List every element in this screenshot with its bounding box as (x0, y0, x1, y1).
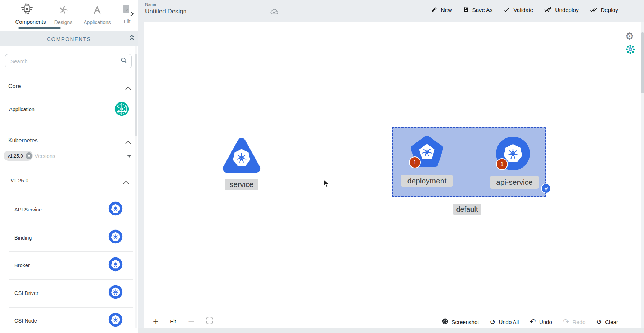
tab-components[interactable]: Components (11, 0, 50, 31)
redo-icon: ↷ (563, 319, 569, 325)
shutter-icon (442, 318, 449, 326)
screenshot-button[interactable]: Screenshot (442, 318, 479, 326)
component-item-application[interactable]: Application (0, 101, 138, 117)
canvas-scrollbar[interactable] (641, 22, 644, 328)
clear-icon: ↺ (596, 319, 602, 325)
search-input[interactable] (10, 58, 121, 64)
save-icon (463, 6, 469, 14)
bottom-strip (138, 328, 644, 333)
undo-button-label: Undo (539, 319, 552, 325)
versions-select-underline (4, 163, 133, 163)
component-item-label: Broker (14, 263, 30, 268)
undo-all-button-label: Undo All (499, 319, 519, 325)
kubernetes-context-icon[interactable] (626, 45, 635, 55)
applications-icon (93, 5, 102, 16)
kubernetes-icon (108, 229, 123, 244)
sidebar-scrollbar[interactable] (135, 46, 137, 328)
undo-icon: ↶ (530, 319, 536, 325)
new-button[interactable]: New (431, 6, 452, 14)
mouse-cursor (323, 179, 330, 189)
component-item-label: CSI Node (14, 318, 37, 324)
screenshot-button-label: Screenshot (452, 319, 479, 325)
kubernetes-icon (108, 201, 123, 216)
designs-icon (59, 5, 68, 16)
row-divider (9, 279, 133, 280)
meshery-application-icon (114, 102, 129, 118)
component-item-binding[interactable]: Binding (0, 229, 138, 246)
undeploy-button-label: Undeploy (555, 7, 579, 13)
row-divider (9, 307, 133, 308)
redo-button[interactable]: ↷ Redo (563, 319, 585, 325)
deploy-button[interactable]: Deploy (590, 6, 618, 14)
chevron-up-icon[interactable] (125, 85, 131, 91)
design-name-label: Name (145, 2, 156, 6)
zoom-in-button[interactable]: + (153, 318, 158, 325)
undeploy-icon (544, 6, 552, 14)
topbar-actions: New Save As Validate (431, 0, 618, 20)
panel-title: COMPONENTS (47, 36, 91, 42)
clear-button[interactable]: ↺ Clear (596, 319, 618, 325)
close-icon[interactable] (26, 152, 32, 159)
tab-designs[interactable]: Designs (50, 0, 76, 31)
tab-filters-label: Filt (119, 19, 135, 24)
version-chip-label: v1.25.0 (8, 153, 23, 159)
row-divider (9, 224, 133, 224)
tab-designs-label: Designs (50, 19, 76, 25)
node-label-deployment: deployment (401, 175, 453, 187)
deploy-button-label: Deploy (601, 7, 618, 13)
chevron-up-icon[interactable] (123, 179, 129, 186)
undeploy-button[interactable]: Undeploy (544, 6, 579, 14)
tab-applications[interactable]: Applications (79, 0, 115, 31)
cloud-check-icon (270, 8, 279, 17)
caret-down-icon[interactable] (127, 155, 131, 158)
component-item-label: CSI Driver (14, 290, 39, 296)
component-item-api-service[interactable]: API Service (0, 201, 138, 218)
versions-placeholder: Versions (35, 153, 55, 159)
fit-button[interactable]: Fit (170, 318, 176, 324)
group-label-default: default (453, 204, 481, 215)
component-item-csi-node[interactable]: CSI Node (0, 312, 138, 329)
status-badge[interactable]: 1 (496, 158, 508, 170)
design-name-input[interactable]: Untitled Design (145, 8, 186, 15)
node-label-service: service (225, 179, 258, 190)
save-as-button[interactable]: Save As (463, 6, 493, 14)
validate-button[interactable]: Validate (503, 6, 533, 14)
node-service[interactable] (221, 137, 262, 175)
chevron-up-icon[interactable] (125, 139, 131, 146)
check-icon (503, 6, 510, 14)
fullscreen-icon[interactable] (206, 317, 213, 325)
section-title-kubernetes: Kubernetes (8, 137, 38, 144)
component-item-label: Binding (14, 235, 32, 241)
zoom-out-button[interactable]: − (188, 318, 195, 325)
version-chip[interactable]: v1.25.0 (4, 151, 33, 161)
components-panel-header: COMPONENTS (0, 31, 138, 46)
search-icon (121, 57, 127, 65)
design-name-underline (145, 17, 269, 17)
deploy-icon (590, 6, 598, 14)
meshmap-designer-app: Components Designs (0, 0, 644, 333)
tab-applications-label: Applications (79, 19, 115, 25)
history-controls: Screenshot ↺ Undo All ↶ Undo ↷ Redo ↺ Cl… (442, 318, 618, 326)
component-item-label: API Service (14, 207, 42, 213)
status-badge[interactable]: 1 (409, 156, 421, 168)
double-chevron-up-icon[interactable] (129, 35, 135, 42)
zoom-controls: + Fit − (153, 317, 213, 325)
clear-button-label: Clear (605, 319, 618, 325)
undo-button[interactable]: ↶ Undo (530, 319, 552, 325)
group-kubernetes-icon[interactable] (541, 183, 551, 195)
filters-icon (123, 4, 130, 15)
section-divider (0, 124, 138, 124)
row-divider (9, 251, 133, 252)
undo-all-button[interactable]: ↺ Undo All (490, 319, 519, 325)
component-item-broker[interactable]: Broker (0, 256, 138, 274)
component-item-csi-driver[interactable]: CSI Driver (0, 284, 138, 301)
redo-button-label: Redo (572, 319, 585, 325)
tab-components-label: Components (11, 19, 50, 25)
kubernetes-icon (108, 313, 123, 327)
topbar: New Save As Validate (138, 0, 644, 22)
chevron-right-icon[interactable] (130, 11, 135, 18)
pencil-icon (431, 6, 437, 14)
components-icon (21, 2, 33, 17)
gear-icon[interactable]: ⚙ (625, 31, 634, 42)
sidebar: Components Designs (0, 0, 138, 333)
